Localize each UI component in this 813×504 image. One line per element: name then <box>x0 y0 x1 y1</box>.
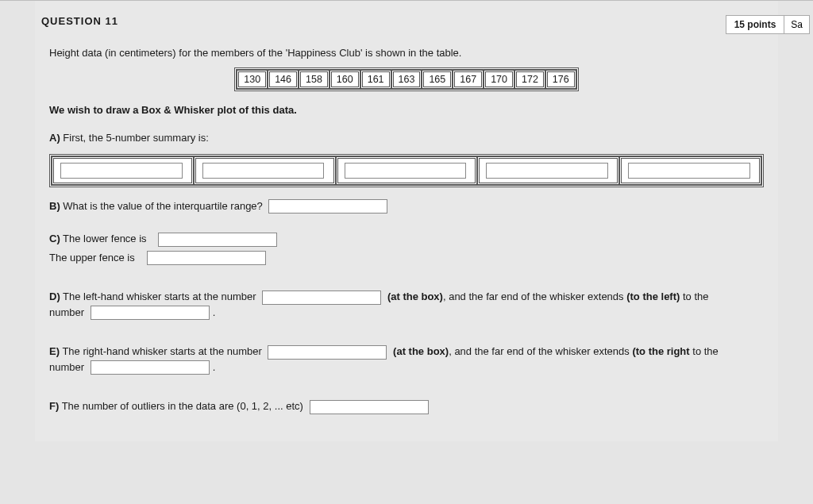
intro-text: Height data (in centimeters) for the mem… <box>49 45 764 61</box>
iqr-input[interactable] <box>268 199 387 214</box>
summary-input-1[interactable] <box>60 163 183 179</box>
part-e-pre: The right-hand whisker starts at the num… <box>62 345 261 357</box>
part-e-mid-bold: (at the box) <box>393 345 449 357</box>
lower-fence-text: The lower fence is <box>63 233 147 244</box>
data-cell: 160 <box>329 70 360 89</box>
part-d-end: . <box>213 306 216 318</box>
part-a: A) First, the 5-number summary is: <box>49 130 764 146</box>
data-cell: 170 <box>484 70 514 89</box>
data-cell: 165 <box>422 70 453 89</box>
question-block: QUESTION 11 15 points Sa Height data (in… <box>35 1 778 441</box>
outliers-count-input[interactable] <box>310 400 429 414</box>
part-f-text: The number of outliers in the data are (… <box>62 400 303 412</box>
wish-line: We wish to draw a Box & Whisker plot of … <box>49 102 764 118</box>
data-cell: 172 <box>514 70 545 89</box>
points-label: 15 points <box>726 15 785 34</box>
part-c-lower: C) The lower fence is <box>49 231 764 247</box>
upper-fence-text: The upper fence is <box>49 252 135 264</box>
d-whisker-end-input[interactable] <box>91 306 210 320</box>
part-c-label: C) <box>49 233 60 244</box>
part-d-mid-bold: (at the box) <box>387 290 443 302</box>
summary-input-3[interactable] <box>345 163 467 179</box>
part-e-mid-rest: , and the far end of the whisker extends <box>449 345 630 357</box>
part-d: D) The left-hand whisker starts at the n… <box>49 289 732 320</box>
part-d-pre: The left-hand whisker starts at the numb… <box>63 290 256 302</box>
save-answer-button[interactable]: Sa <box>784 15 810 34</box>
data-cell: 130 <box>237 70 268 89</box>
data-cell: 146 <box>268 70 299 89</box>
part-d-to-bold: (to the left) <box>626 290 680 302</box>
summary-input-4[interactable] <box>486 163 608 179</box>
part-a-label: A) <box>49 132 60 144</box>
part-e-label: E) <box>49 345 60 357</box>
part-c-upper: The upper fence is <box>49 250 764 266</box>
part-b-label: B) <box>49 200 60 212</box>
part-f-label: F) <box>49 400 59 412</box>
part-b: B) What is the value of the interquartil… <box>49 198 764 214</box>
part-e: E) The right-hand whisker starts at the … <box>49 344 732 375</box>
e-whisker-end-input[interactable] <box>91 360 210 375</box>
part-a-text: First, the 5-number summary is: <box>63 132 209 144</box>
five-number-summary-table <box>49 154 764 187</box>
data-cell: 167 <box>453 70 484 89</box>
question-title: QUESTION 11 <box>41 15 118 27</box>
part-f: F) The number of outliers in the data ar… <box>49 398 764 414</box>
part-b-text: What is the value of the interquartile r… <box>63 200 262 212</box>
upper-fence-input[interactable] <box>147 251 266 265</box>
part-d-label: D) <box>49 290 60 302</box>
data-cell: 158 <box>299 70 329 89</box>
e-box-start-input[interactable] <box>268 345 387 360</box>
data-cell: 161 <box>360 70 391 89</box>
height-data-table: 130146158160161163165167170172176 <box>234 67 578 91</box>
data-cell: 176 <box>545 70 576 89</box>
part-d-mid-rest: , and the far end of the whisker extends <box>443 290 624 302</box>
d-box-start-input[interactable] <box>262 290 381 305</box>
data-cell: 163 <box>391 70 422 89</box>
part-e-to-bold: (to the right <box>632 345 689 357</box>
summary-input-5[interactable] <box>628 163 750 179</box>
lower-fence-input[interactable] <box>158 233 277 247</box>
summary-input-2[interactable] <box>202 163 325 179</box>
part-e-end: . <box>213 361 216 373</box>
